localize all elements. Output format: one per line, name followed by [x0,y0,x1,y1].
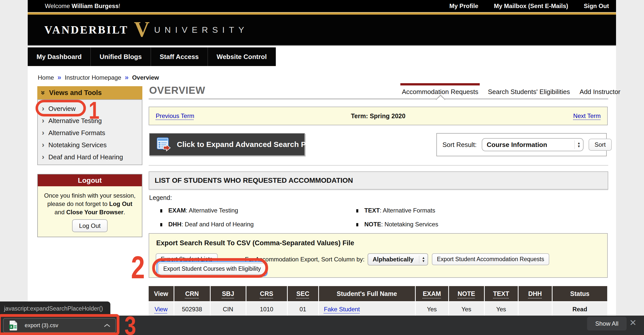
nav-website-control[interactable]: Website Control [208,47,276,66]
annotation-number-3: 3 [124,313,136,335]
select-stepper-icon: ▲▼ [574,140,583,149]
tab-search-students-eligibilities[interactable]: Search Students' Eligibilities [488,88,570,96]
nav-staff-access[interactable]: Staff Access [151,47,208,66]
sidebar-header-label: Views and Tools [49,89,102,97]
cell-dhh [518,302,552,317]
screen: Welcome William Burgess! My Profile My M… [0,0,644,335]
sort-column-select[interactable]: Course Information ▲▼ [482,138,584,151]
col-text[interactable]: TEXT [484,286,518,302]
chevron-right-icon: › [42,140,44,149]
export-panel-title: Export Search Result To CSV (Comma-Separ… [156,239,354,247]
cell-sbj: CIN [210,302,246,317]
legend-item-note: NOTE: Notetaking Services [356,221,608,228]
col-status: Status [552,286,607,302]
chevron-right-icon: › [42,116,44,125]
term-bar: Previous Term Term: Spring 2020 Next Ter… [149,107,608,125]
logo-wordmark-left: VANDERBILT [44,23,128,36]
col-note[interactable]: NOTE [448,286,484,302]
gold-top-border [28,12,616,15]
browser-status-bubble: javascript:expandSearchPlaceHolder() [0,301,110,316]
logout-line3-bold: Close Your Browser [66,209,123,216]
bullet-icon [356,223,358,226]
logout-text-line2: please do not forget to Log Out [39,200,140,208]
current-term-label: Term: Spring 2020 [295,112,462,120]
sidebar-item-label: Alternative Formats [48,129,105,137]
tabs-underline [149,99,608,99]
bullet-icon [356,209,358,212]
col-crn[interactable]: CRN [174,286,210,302]
breadcrumb-current: Overview [132,74,159,81]
welcome-suffix: ! [119,3,120,9]
col-sbj[interactable]: SBJ [210,286,246,302]
breadcrumb-instructor-homepage[interactable]: Instructor Homepage [65,74,121,81]
status-url-text: javascript:expandSearchPlaceHolder() [4,305,103,312]
welcome-message: Welcome William Burgess! [28,3,120,10]
chevron-right-icon: › [42,153,44,161]
my-mailbox-link[interactable]: My Mailbox (Sent E-Mails) [494,3,568,10]
tab-add-instructor[interactable]: Add Instructor [579,88,620,96]
col-student-name: Student's Full Name [318,286,415,302]
status-badge: Read [552,302,607,317]
student-name-link[interactable]: Fake Student [324,306,360,313]
logo-wordmark-right: UNIVERSITY [154,25,248,35]
previous-term-link[interactable]: Previous Term [156,112,194,119]
sign-out-link[interactable]: Sign Out [584,3,609,10]
expand-advanced-search-button[interactable]: Click to Expand Advanced Search Panel [149,133,305,156]
col-crs[interactable]: CRS [246,286,287,302]
legend-grid: EXAM: Alternative Testing TEXT: Alternat… [149,207,608,228]
select-stepper-icon: ▲▼ [419,256,428,263]
breadcrumb-separator-icon: » [57,74,61,81]
col-exam[interactable]: EXAM [415,286,448,302]
export-sort-value: Alphabetically [368,256,419,263]
nav-my-dashboard[interactable]: My Dashboard [28,47,91,66]
section-divider [149,165,608,166]
next-term-link[interactable]: Next Term [573,112,601,119]
account-links: My Profile My Mailbox (Sent E-Mails) Sig… [449,3,616,10]
col-sec[interactable]: SEC [287,286,318,302]
nav-unified-blogs[interactable]: Unified Blogs [91,47,151,66]
view-tabs: Accommodation Requests Search Students' … [402,88,620,96]
sidebar-item-alternative-formats[interactable]: ›Alternative Formats [38,127,142,139]
chevron-right-icon: › [42,128,44,137]
list-section-header: LIST OF STUDENTS WHO REQUESTED ACCOMMODA… [149,171,608,190]
table-row: View 502938 CIN 1010 01 Fake Student Yes… [149,302,607,317]
legend: Legend: EXAM: Alternative Testing TEXT: … [149,194,608,228]
header-divider [28,45,616,46]
col-dhh[interactable]: DHH [518,286,552,302]
annotation-circle-step2 [152,258,268,278]
logout-panel-title: Logout [38,174,142,186]
welcome-prefix: Welcome [45,3,72,9]
annotation-number-2: 2 [131,252,145,283]
welcome-bar: Welcome William Burgess! My Profile My M… [28,0,616,12]
sort-button[interactable]: Sort [589,139,612,151]
export-sort-select[interactable]: Alphabetically ▲▼ [368,253,428,265]
breadcrumb-home[interactable]: Home [38,74,54,81]
logout-line3-text: and [54,209,66,216]
cell-crs: 1010 [246,302,287,317]
annotation-circle-step1 [36,100,86,116]
close-shelf-icon[interactable]: ✕ [629,318,637,328]
double-chevron-icon: » [39,91,48,95]
university-header: VANDERBILT V UNIVERSITY [28,15,616,45]
log-out-button[interactable]: Log Out [72,219,108,232]
sidebar-item-label: Deaf and Hard of Hearing [48,153,123,161]
show-all-downloads-button[interactable]: Show All [587,317,627,330]
vanderbilt-logo: VANDERBILT V UNIVERSITY [44,18,248,42]
advanced-search-label: Click to Expand Advanced Search Panel [177,140,321,149]
col-view: View [149,286,174,302]
sidebar-item-deaf-hard-of-hearing[interactable]: ›Deaf and Hard of Hearing [38,151,142,163]
breadcrumb-separator-icon: » [125,74,128,81]
sidebar-item-notetaking-services[interactable]: ›Notetaking Services [38,139,142,151]
cell-text: Yes [484,302,518,317]
breadcrumb: Home » Instructor Homepage » Overview [38,74,159,81]
legend-item-dhh: DHH: Deaf and Hard of Hearing [160,221,356,228]
my-profile-link[interactable]: My Profile [449,3,478,10]
export-accommodation-requests-button[interactable]: Export Student Accommodation Requests [432,253,549,265]
sort-select-value: Course Information [482,141,574,149]
view-link[interactable]: View [154,306,168,313]
logout-panel-body: Once you finish with your session, pleas… [38,186,142,237]
cell-sec: 01 [287,302,318,317]
user-name: William Burgess [72,3,119,9]
logout-panel: Logout Once you finish with your session… [37,174,142,237]
bullet-icon [160,209,162,212]
